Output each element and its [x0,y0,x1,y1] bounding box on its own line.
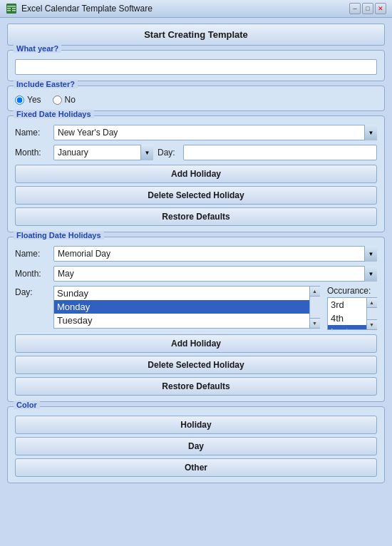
svg-rect-2 [7,8,11,9]
title-bar: Excel Calendar Template Software – □ ✕ [0,0,392,18]
window-controls: – □ ✕ [349,3,386,14]
occurrence-scroll-up[interactable]: ▲ [367,298,377,308]
easter-section: Include Easter? Yes No [7,86,385,111]
occurrence-listbox-inner: 3rd 4th Last [328,298,366,329]
floating-restore-button[interactable]: Restore Defaults [15,377,377,396]
occurrence-label: Occurance: [327,286,377,296]
day-listbox[interactable]: Sunday Monday Tuesday ▲ ▼ [53,286,320,329]
occurrence-scroll-track [367,308,377,319]
easter-section-label: Include Easter? [14,80,78,88]
fixed-name-row: Name: New Year's Day Christmas Day Indep… [15,125,377,140]
day-scroll-track [310,297,320,318]
fixed-month-day-row: Month: January February March April May … [15,145,377,160]
day-item-monday[interactable]: Monday [54,300,309,314]
svg-rect-5 [12,10,16,11]
fixed-name-label: Name: [15,128,49,138]
floating-month-row: Month: January February March April May … [15,266,377,282]
color-section-label: Color [14,401,40,409]
fixed-add-holiday-button[interactable]: Add Holiday [15,165,377,183]
floating-month-label: Month: [15,269,49,279]
day-item-tuesday[interactable]: Tuesday [54,314,309,327]
fixed-delete-holiday-button[interactable]: Delete Selected Holiday [15,186,377,205]
fixed-month-label: Month: [15,148,49,158]
easter-no-option[interactable]: No [53,95,76,105]
fixed-name-select[interactable]: New Year's Day Christmas Day Independenc… [53,125,377,140]
occurrence-scrollbar[interactable]: ▲ ▼ [366,298,376,329]
occurrence-scroll-down[interactable]: ▼ [367,319,377,329]
svg-rect-1 [7,6,16,7]
floating-day-label: Day: [15,286,49,297]
day-scroll-up[interactable]: ▲ [310,287,320,297]
day-color-button[interactable]: Day [15,437,377,455]
fixed-name-select-wrapper[interactable]: New Year's Day Christmas Day Independenc… [53,125,377,140]
app-icon [6,3,17,14]
easter-yes-label: Yes [27,95,41,105]
day-scroll-down[interactable]: ▼ [310,318,320,328]
fixed-restore-button[interactable]: Restore Defaults [15,207,377,226]
svg-rect-4 [7,10,11,11]
day-scrollbar[interactable]: ▲ ▼ [309,287,319,328]
fixed-holidays-section: Fixed Date Holidays Name: New Year's Day… [7,115,385,232]
day-item-sunday[interactable]: Sunday [54,287,309,300]
day-listbox-inner: Sunday Monday Tuesday [54,287,309,328]
minimize-button[interactable]: – [349,3,361,14]
occurrence-container: Occurance: 3rd 4th Last ▲ ▼ [327,286,377,330]
main-content: Start Creating Template What year? 2013 … [0,18,392,489]
fixed-day-input[interactable]: 1 [183,145,377,160]
fixed-month-select-wrapper[interactable]: January February March April May June Ju… [53,145,153,160]
floating-holidays-label: Floating Date Holidays [14,231,104,239]
floating-month-select[interactable]: January February March April May June Ju… [53,266,377,282]
fixed-holidays-label: Fixed Date Holidays [14,110,94,118]
floating-month-select-wrapper[interactable]: January February March April May June Ju… [53,266,377,282]
year-input[interactable]: 2013 [15,59,377,75]
floating-name-row: Name: Memorial Day MLK Day Presidents Da… [15,246,377,262]
easter-yes-radio[interactable] [15,96,24,105]
restore-button[interactable]: □ [362,3,373,14]
occurrence-last[interactable]: Last [328,325,366,329]
floating-name-label: Name: [15,249,49,259]
year-section: What year? 2013 [7,50,385,81]
floating-day-row: Day: Sunday Monday Tuesday ▲ ▼ [15,286,377,330]
fixed-month-select[interactable]: January February March April May June Ju… [53,145,153,160]
svg-rect-3 [12,8,16,9]
window-title: Excel Calendar Template Software [21,4,153,14]
year-section-label: What year? [14,44,61,53]
close-button[interactable]: ✕ [375,3,386,14]
occurrence-4th[interactable]: 4th [328,311,366,325]
title-bar-left: Excel Calendar Template Software [6,3,153,14]
easter-no-label: No [65,95,76,105]
floating-name-select-wrapper[interactable]: Memorial Day MLK Day Presidents Day Moth… [53,246,377,262]
fixed-day-label: Day: [158,148,179,158]
easter-no-radio[interactable] [53,96,62,105]
other-color-button[interactable]: Other [15,458,377,477]
holiday-color-button[interactable]: Holiday [15,416,377,434]
occurrence-listbox[interactable]: 3rd 4th Last ▲ ▼ [327,297,377,330]
floating-holidays-section: Floating Date Holidays Name: Memorial Da… [7,237,385,402]
start-creating-button[interactable]: Start Creating Template [7,24,385,46]
color-section: Color Holiday Day Other [7,406,385,483]
floating-add-holiday-button[interactable]: Add Holiday [15,334,377,353]
floating-name-select[interactable]: Memorial Day MLK Day Presidents Day Moth… [53,246,377,262]
occurrence-3rd[interactable]: 3rd [328,298,366,311]
easter-yes-option[interactable]: Yes [15,95,41,105]
floating-delete-holiday-button[interactable]: Delete Selected Holiday [15,356,377,374]
